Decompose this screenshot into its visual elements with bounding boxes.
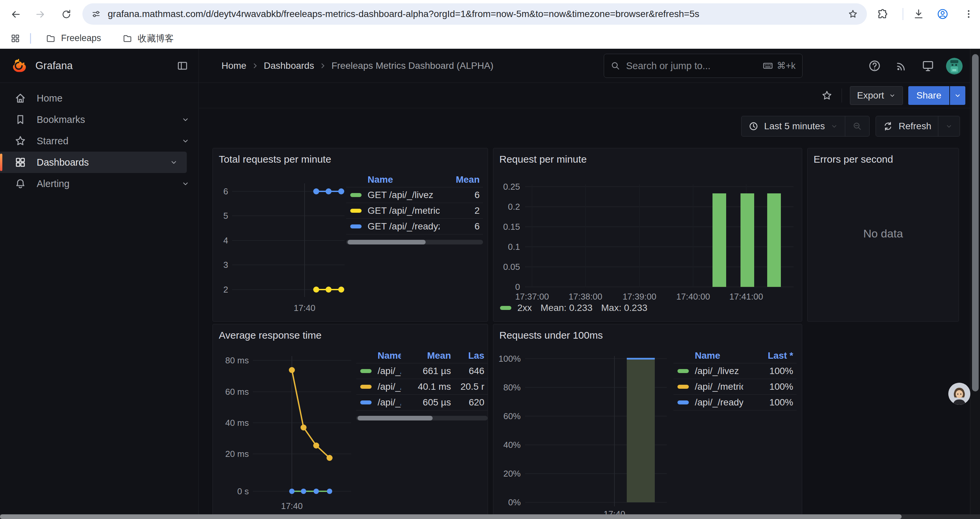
series-swatch bbox=[678, 401, 689, 404]
y-tick: 40% bbox=[493, 439, 521, 450]
panel-row-2: Average response time bbox=[213, 324, 970, 519]
series-name: GET /api/_/readyz bbox=[368, 221, 440, 232]
folder-icon bbox=[123, 34, 132, 43]
x-tick: 17:40 bbox=[275, 501, 309, 511]
sidebar-item-alerting[interactable]: Alerting bbox=[0, 173, 199, 194]
scrollbar-thumb[interactable] bbox=[358, 416, 433, 420]
zoom-out-button[interactable] bbox=[845, 116, 869, 136]
bookmark-folder-freeleaps[interactable]: Freeleaps bbox=[40, 30, 107, 46]
url-text[interactable]: grafana.mathmast.com/d/deytv4rwavabkb/fr… bbox=[108, 9, 848, 19]
chevron-down-icon[interactable] bbox=[181, 179, 190, 188]
browser-forward-icon[interactable] bbox=[35, 9, 46, 20]
legend-row[interactable]: GET /api/_/readyz 6 bbox=[346, 219, 483, 234]
browser-toolbar: grafana.mathmast.com/d/deytv4rwavabkb/fr… bbox=[0, 0, 980, 28]
extensions-icon[interactable] bbox=[877, 8, 889, 20]
legend-scrollbar[interactable] bbox=[346, 240, 483, 244]
series-last: 100% bbox=[743, 397, 793, 408]
kiosk-monitor-icon[interactable] bbox=[921, 59, 935, 72]
legend-header-last[interactable]: Las bbox=[451, 350, 484, 361]
user-avatar[interactable] bbox=[946, 58, 963, 75]
legend-header-mean[interactable]: Mean bbox=[401, 350, 451, 361]
series-name: /api/_/readyz bbox=[695, 397, 743, 408]
legend-max: Max: 0.233 bbox=[601, 303, 648, 313]
floating-assistant-avatar[interactable] bbox=[948, 383, 970, 405]
browser-back-icon[interactable] bbox=[10, 9, 21, 20]
y-tick: 80% bbox=[493, 382, 521, 393]
downloads-icon[interactable] bbox=[913, 8, 924, 20]
legend-row[interactable]: /api/_/readyz 605 µs 620 bbox=[356, 394, 488, 410]
dock-menu-icon[interactable] bbox=[177, 60, 188, 72]
address-bar[interactable]: grafana.mathmast.com/d/deytv4rwavabkb/fr… bbox=[83, 3, 867, 25]
scrollbar-thumb[interactable] bbox=[0, 514, 902, 519]
panel-errors-per-second: Errors per second No data bbox=[807, 148, 959, 322]
series-mean: 6 bbox=[440, 190, 480, 200]
bookmark-star-icon[interactable] bbox=[848, 9, 858, 19]
help-icon[interactable] bbox=[868, 59, 881, 72]
legend-row[interactable]: /api/_/livez 100% bbox=[673, 363, 797, 379]
time-range-picker[interactable]: Last 5 minutes bbox=[741, 116, 845, 136]
sidebar-item-home[interactable]: Home bbox=[0, 88, 199, 109]
time-range-label: Last 5 minutes bbox=[764, 121, 825, 132]
share-dropdown-button[interactable] bbox=[950, 86, 965, 105]
share-button[interactable]: Share bbox=[908, 86, 949, 105]
y-tick: 2 bbox=[213, 284, 228, 295]
legend-header-name[interactable]: Name bbox=[368, 174, 440, 185]
legend-row[interactable]: GET /api/_/livez 6 bbox=[346, 187, 483, 203]
legend-row[interactable]: /api/_/metrics 40.1 ms 20.5 r bbox=[356, 379, 488, 394]
legend-header-name[interactable]: Name bbox=[378, 350, 401, 361]
legend-header-mean[interactable]: Mean bbox=[440, 174, 480, 185]
sidebar: Home Bookmarks Starred Dashbo bbox=[0, 83, 199, 519]
chevron-down-icon[interactable] bbox=[181, 137, 190, 145]
topnav-main: Home Dashboards Freeleaps Metrics Dashbo… bbox=[199, 49, 980, 83]
apps-grid-icon[interactable] bbox=[10, 33, 21, 44]
y-tick: 80 ms bbox=[213, 355, 249, 366]
series-mean: 40.1 ms bbox=[401, 382, 451, 392]
vertical-scrollbar[interactable] bbox=[970, 49, 980, 514]
bookmarks-bar: Freeleaps 收藏博客 bbox=[0, 28, 980, 49]
legend-header-name[interactable]: Name bbox=[695, 350, 743, 361]
chevron-down-icon[interactable] bbox=[169, 158, 178, 167]
y-tick: 20 ms bbox=[213, 449, 249, 459]
y-tick: 0 s bbox=[213, 486, 249, 497]
browser-reload-icon[interactable] bbox=[61, 9, 72, 20]
breadcrumb-dashboards[interactable]: Dashboards bbox=[264, 61, 314, 71]
panel-row-1: Total requests per minute bbox=[213, 148, 970, 322]
export-button-label: Export bbox=[857, 90, 884, 101]
refresh-interval-dropdown[interactable] bbox=[938, 116, 960, 136]
legend-row[interactable]: /api/_/readyz 100% bbox=[673, 394, 797, 410]
series-last: 20.5 r bbox=[451, 382, 484, 392]
legend-item-2xx[interactable]: 2xx bbox=[500, 303, 532, 313]
star-icon bbox=[14, 134, 27, 147]
bookmark-icon bbox=[14, 113, 27, 126]
export-button[interactable]: Export bbox=[850, 86, 903, 105]
legend-row[interactable]: GET /api/_/metrics 2 bbox=[346, 203, 483, 219]
sidebar-item-starred[interactable]: Starred bbox=[0, 130, 199, 152]
legend-scrollbar[interactable] bbox=[356, 416, 488, 420]
grafana-app: Grafana Home Dashboards Freeleaps Metric… bbox=[0, 49, 980, 519]
sidebar-item-dashboards[interactable]: Dashboards bbox=[0, 152, 187, 173]
legend-row[interactable]: /api/_/metrics 100% bbox=[673, 379, 797, 394]
scrollbar-thumb[interactable] bbox=[972, 54, 978, 391]
no-data-message: No data bbox=[808, 227, 959, 240]
grid-icon bbox=[14, 156, 27, 169]
scrollbar-thumb[interactable] bbox=[348, 240, 426, 244]
grafana-logo-icon[interactable] bbox=[11, 58, 27, 74]
bell-icon bbox=[14, 177, 27, 190]
series-mean: 6 bbox=[440, 221, 480, 232]
browser-menu-icon[interactable] bbox=[963, 8, 975, 20]
profile-icon[interactable] bbox=[937, 8, 949, 20]
panel-title[interactable]: Errors per second bbox=[813, 153, 893, 165]
search-input[interactable]: Search or jump to... ⌘+k bbox=[604, 54, 803, 78]
horizontal-scrollbar[interactable] bbox=[0, 514, 980, 519]
legend-header-last[interactable]: Last * bbox=[743, 350, 793, 361]
chevron-down-icon[interactable] bbox=[181, 115, 190, 124]
bookmark-folder-blogs[interactable]: 收藏博客 bbox=[116, 30, 180, 47]
site-settings-icon[interactable] bbox=[91, 9, 101, 19]
y-tick: 0 bbox=[493, 281, 520, 292]
news-rss-icon[interactable] bbox=[895, 59, 908, 72]
breadcrumb-home[interactable]: Home bbox=[221, 61, 247, 71]
favorite-star-icon[interactable] bbox=[821, 89, 833, 102]
sidebar-item-bookmarks[interactable]: Bookmarks bbox=[0, 109, 199, 130]
legend-row[interactable]: /api/_/livez 661 µs 646 bbox=[356, 363, 488, 379]
refresh-button[interactable]: Refresh bbox=[876, 116, 938, 136]
